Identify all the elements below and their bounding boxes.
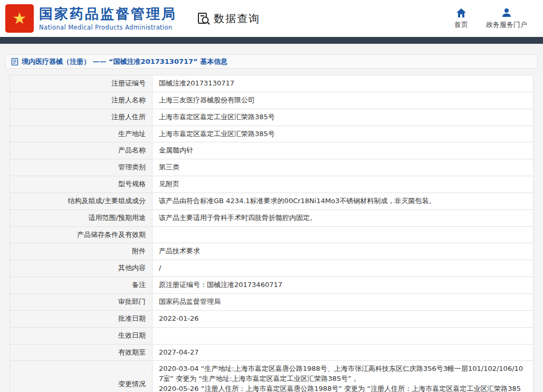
detail-table-wrap: 注册证编号国械注准20173130717注册人名称上海三友医疗器械股份有限公司注… [9,75,534,392]
logo-block: ★ 国家药品监督管理局 National Medical Products Ad… [5,4,177,33]
national-emblem-logo: ★ [5,4,34,33]
org-names: 国家药品监督管理局 National Medical Products Admi… [39,6,177,31]
table-row: 批准日期2022-01-26 [10,310,534,327]
field-value: / [153,260,534,277]
table-row: 注册人住所上海市嘉定区嘉定工业区汇荣路385号 [10,109,534,126]
main-content: 境内医疗器械（注册） —— “国械注准20173130717” 基本信息 注册证… [0,44,543,392]
data-query-label: 数据查询 [214,12,260,26]
field-value: 上海市嘉定区嘉定工业区汇荣路385号 [153,109,534,126]
field-label: 产品储存条件及有效期 [10,226,153,243]
table-row: 有效期至2027-04-27 [10,344,534,361]
breadcrumb: 境内医疗器械（注册） —— “国械注准20173130717” 基本信息 [5,54,538,69]
field-value: 国家药品监督管理局 [153,293,534,310]
field-value: 上海市嘉定区嘉定工业区汇荣路385号 [153,126,534,142]
field-value: 国械注准20173130717 [153,75,534,92]
field-label: 注册证编号 [10,75,153,92]
field-label: 有效期至 [10,344,153,361]
table-row: 变更情况2020-03-04 “生产地址:上海市嘉定区嘉唐公路1988号、上海市… [10,361,534,392]
field-value: 产品技术要求 [153,243,534,260]
table-row: 结构及组成/主要组成成分该产品由符合标准GB 4234.1标准要求的00Cr18… [10,193,534,209]
table-row: 型号规格见附页 [10,176,534,193]
field-value [153,327,534,344]
field-label: 管理类别 [10,159,153,176]
top-links: 首页 政务服务门户 [454,7,527,30]
document-icon [11,58,18,65]
data-query-icon [197,12,214,25]
field-label: 变更情况 [10,361,153,392]
field-label: 结构及组成/主要组成成分 [10,193,153,209]
field-label: 型号规格 [10,176,153,193]
nav-home[interactable]: 首页 [454,7,468,30]
nav-portal-label: 政务服务门户 [486,20,527,30]
breadcrumb-text: 境内医疗器械（注册） —— “国械注准20173130717” 基本信息 [22,57,227,66]
field-value [153,226,534,243]
site-header: ★ 国家药品监督管理局 National Medical Products Ad… [0,0,543,37]
table-row: 附件产品技术要求 [10,243,534,260]
table-row: 注册人名称上海三友医疗器械股份有限公司 [10,92,534,109]
field-label: 批准日期 [10,310,153,327]
field-label: 审批部门 [10,293,153,310]
field-label: 注册人名称 [10,92,153,109]
org-name-en: National Medical Products Administration [39,24,177,31]
org-name-cn: 国家药品监督管理局 [39,6,177,22]
table-row: 注册证编号国械注准20173130717 [10,75,534,92]
nav-home-label: 首页 [454,20,468,30]
field-value: 见附页 [153,176,534,193]
table-row: 产品名称金属髓内针 [10,142,534,159]
table-row: 其他内容/ [10,260,534,277]
field-value: 2022-01-26 [153,310,534,327]
field-value: 该产品主要适用于骨科手术时四肢骨折髓腔内固定。 [153,209,534,226]
field-label: 注册人住所 [10,109,153,126]
field-value: 2027-04-27 [153,344,534,361]
field-label: 生效日期 [10,327,153,344]
primary-nav-strip [0,37,543,44]
field-label: 附件 [10,243,153,260]
table-row: 备注原注册证编号：国械注准20173460717 [10,277,534,294]
nav-portal[interactable]: 政务服务门户 [486,7,527,30]
field-value: 2020-03-04 “生产地址:上海市嘉定区嘉唐公路1988号、上海市张江高科… [153,361,534,392]
field-label: 生产地址 [10,126,153,142]
table-row: 审批部门国家药品监督管理局 [10,293,534,310]
nav-data-query[interactable]: 数据查询 [197,12,260,26]
registration-detail-table: 注册证编号国械注准20173130717注册人名称上海三友医疗器械股份有限公司注… [9,75,534,392]
table-row: 产品储存条件及有效期 [10,226,534,243]
field-value: 上海三友医疗器械股份有限公司 [153,92,534,109]
field-value: 第三类 [153,159,534,176]
field-label: 适用范围/预期用途 [10,209,153,226]
user-icon [502,7,511,18]
table-row: 适用范围/预期用途该产品主要适用于骨科手术时四肢骨折髓腔内固定。 [10,209,534,226]
table-row: 管理类别第三类 [10,159,534,176]
field-value: 金属髓内针 [153,142,534,159]
home-icon [456,7,466,18]
field-label: 备注 [10,277,153,294]
field-value: 该产品由符合标准GB 4234.1标准要求的00Cr18Ni14Mo3不锈钢材料… [153,193,534,209]
field-value: 原注册证编号：国械注准20173460717 [153,277,534,294]
table-row: 生效日期 [10,327,534,344]
field-label: 其他内容 [10,260,153,277]
table-row: 生产地址上海市嘉定区嘉定工业区汇荣路385号 [10,126,534,142]
field-label: 产品名称 [10,142,153,159]
